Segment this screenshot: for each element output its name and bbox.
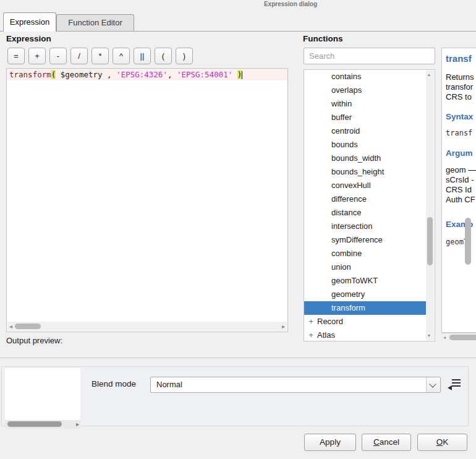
- cancel-button[interactable]: Cancel: [362, 434, 411, 451]
- dialog-divider: [0, 358, 476, 358]
- operator-button-plus[interactable]: +: [28, 48, 46, 64]
- function-group-record[interactable]: +Record: [304, 315, 427, 328]
- function-list-item[interactable]: bounds: [304, 138, 427, 152]
- help-description: Returns transfor CRS to: [446, 72, 476, 102]
- token-close-bracket: ): [237, 70, 242, 79]
- function-list-item[interactable]: combine: [304, 247, 427, 260]
- preview-horizontal-scrollbar[interactable]: ▸: [5, 420, 80, 429]
- function-list-scrollbar-thumb[interactable]: [427, 217, 433, 265]
- token-function-name: transform: [9, 70, 51, 79]
- help-scrollbar-thumb[interactable]: [465, 218, 471, 265]
- cancel-mnemonic: C: [373, 437, 380, 447]
- token-comma-1: ,: [107, 70, 112, 79]
- token-crs-dest: 'EPSG:54001': [172, 70, 237, 79]
- function-list-rows: contains overlaps within buffer centroid…: [304, 70, 427, 341]
- expand-icon[interactable]: +: [307, 328, 315, 341]
- scroll-left-icon[interactable]: ◂: [9, 324, 12, 330]
- function-list-item[interactable]: union: [304, 260, 427, 274]
- function-list-item[interactable]: bounds_width: [304, 152, 427, 165]
- help-arguments: geom — sCrsId - CRS Id Auth CF: [446, 165, 476, 205]
- operator-button-divide[interactable]: /: [70, 48, 88, 64]
- ok-mnemonic: O: [436, 437, 443, 447]
- operator-button-close-paren[interactable]: ): [176, 48, 193, 64]
- expression-code-line: transform( $geometry , 'EPSG:4326', 'EPS…: [7, 69, 287, 80]
- tabbar-divider: [0, 31, 476, 32]
- expression-editor[interactable]: transform( $geometry , 'EPSG:4326', 'EPS…: [6, 68, 288, 332]
- operator-button-concat[interactable]: ||: [134, 48, 151, 64]
- chevron-down-icon: [429, 380, 436, 387]
- function-list-item[interactable]: distance: [304, 206, 427, 220]
- help-examples-heading: Examp: [446, 220, 476, 229]
- dialog-title: Expression dialog: [264, 1, 317, 7]
- preview-scrollbar-thumb[interactable]: [7, 421, 62, 427]
- function-list-item[interactable]: contains: [304, 70, 427, 84]
- layer-preview-box[interactable]: [5, 368, 80, 420]
- scroll-left-icon[interactable]: ◂: [443, 335, 446, 341]
- function-list-item[interactable]: buffer: [304, 111, 427, 124]
- editor-horizontal-scrollbar[interactable]: ◂ ▸: [7, 322, 287, 331]
- function-group-atlas[interactable]: +Atlas: [304, 328, 427, 341]
- help-argument-line: sCrsId -: [446, 175, 476, 185]
- help-description-line: Returns: [446, 72, 476, 82]
- expression-heading: Expression: [6, 34, 51, 43]
- cancel-label-rest: ancel: [380, 437, 399, 447]
- scroll-right-icon[interactable]: ▸: [76, 421, 79, 427]
- help-example-code: geomT: [446, 238, 476, 246]
- function-group-label: Atlas: [317, 330, 335, 340]
- function-help-panel: transf Returns transfor CRS to Syntax tr…: [441, 48, 476, 333]
- tab-expression[interactable]: Expression: [3, 12, 56, 32]
- help-syntax-heading: Syntax: [446, 112, 476, 121]
- operator-button-equals[interactable]: =: [7, 48, 25, 64]
- function-list-item[interactable]: symDifference: [304, 233, 427, 247]
- function-list-item[interactable]: within: [304, 97, 427, 111]
- functions-heading: Functions: [303, 34, 343, 43]
- expand-icon[interactable]: +: [307, 315, 315, 328]
- function-list-item-selected[interactable]: transform: [304, 301, 427, 315]
- combo-arrow-box[interactable]: [426, 377, 440, 392]
- function-list-item[interactable]: intersection: [304, 220, 427, 233]
- operator-button-minus[interactable]: -: [49, 48, 67, 64]
- function-list-item[interactable]: centroid: [304, 124, 427, 138]
- help-horizontal-scrollbar[interactable]: ◂: [441, 333, 476, 341]
- token-crs-source: 'EPSG:4326': [112, 70, 168, 79]
- help-hscrollbar-thumb[interactable]: [449, 335, 476, 340]
- help-arguments-heading: Argum: [446, 148, 476, 158]
- function-list-scrollbar[interactable]: ▴ ▾: [426, 71, 434, 340]
- help-title: transf: [446, 53, 476, 64]
- operator-button-multiply[interactable]: *: [91, 48, 109, 64]
- blend-mode-label: Blend mode: [91, 379, 136, 388]
- function-list-item[interactable]: geometry: [304, 288, 427, 301]
- help-argument-line: geom —: [446, 165, 476, 175]
- function-list-item[interactable]: overlaps: [304, 84, 427, 97]
- blend-mode-select[interactable]: Normal: [150, 377, 441, 393]
- scroll-right-icon[interactable]: ▸: [282, 324, 285, 330]
- function-list[interactable]: contains overlaps within buffer centroid…: [304, 69, 435, 341]
- ok-label-rest: K: [443, 437, 448, 447]
- output-preview-label: Output preview:: [6, 336, 62, 345]
- token-geometry-arg: $geometry: [56, 70, 107, 79]
- function-list-item[interactable]: difference: [304, 192, 427, 206]
- tab-function-editor[interactable]: Function Editor: [56, 14, 134, 31]
- search-input[interactable]: [304, 48, 435, 64]
- help-argument-line: Auth CF: [446, 195, 476, 205]
- ok-button[interactable]: OK: [417, 434, 467, 451]
- scroll-down-icon[interactable]: ▾: [428, 333, 430, 339]
- editor-scrollbar-thumb[interactable]: [15, 324, 41, 329]
- scroll-up-icon[interactable]: ▴: [428, 72, 430, 78]
- blend-mode-value: Normal: [156, 380, 182, 389]
- apply-button[interactable]: Apply: [304, 434, 356, 451]
- function-list-item[interactable]: geomToWKT: [304, 274, 427, 288]
- data-defined-override-button[interactable]: [447, 378, 462, 392]
- text-cursor: [242, 71, 242, 79]
- function-list-item[interactable]: bounds_height: [304, 165, 427, 179]
- function-list-item[interactable]: convexHull: [304, 179, 427, 192]
- help-syntax-code: transf: [446, 129, 476, 137]
- help-argument-line: CRS Id: [446, 185, 476, 195]
- operator-button-open-paren[interactable]: (: [155, 48, 172, 64]
- operator-button-power[interactable]: ^: [113, 48, 130, 64]
- help-description-line: CRS to: [446, 92, 476, 102]
- operator-toolbar: = + - / * ^ || ( ): [7, 48, 193, 64]
- help-description-line: transfor: [446, 82, 476, 92]
- function-group-label: Record: [317, 317, 343, 326]
